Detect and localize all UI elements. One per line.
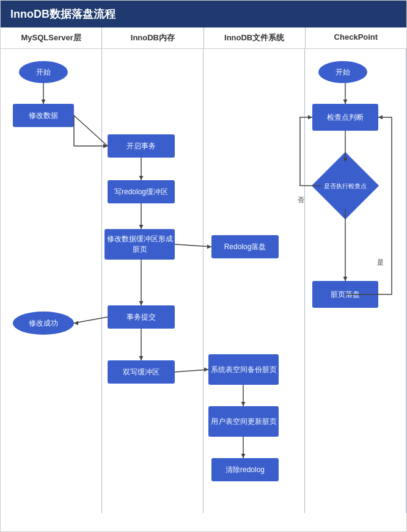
node-start2: 开始 (318, 61, 367, 83)
swimlanes: 开始 修改数据 修改成功 开启事务 写redolog缓冲区 修改数据缓冲区形成脏… (1, 49, 406, 513)
diagram-area: MySQLServer层 InnoDB内存 InnoDB文件系统 CheckPo… (1, 27, 406, 513)
col-header-checkpoint: CheckPoint (306, 27, 406, 48)
col-header-mysql: MySQLServer层 (1, 27, 102, 48)
col-header-innodb-mem: InnoDB内存 (102, 27, 204, 48)
lane-innodb-fs (204, 49, 305, 513)
col-headers: MySQLServer层 InnoDB内存 InnoDB文件系统 CheckPo… (1, 27, 406, 49)
label-no: 否 (298, 195, 304, 205)
node-start1: 开始 (19, 61, 68, 83)
node-modify-success: 修改成功 (13, 312, 74, 335)
col-header-innodb-fs: InnoDB文件系统 (204, 27, 306, 48)
node-open-tx: 开启事务 (108, 134, 175, 158)
lane-innodb-mem (102, 49, 204, 513)
label-yes: 是 (377, 258, 384, 267)
node-clear-redolog: 清除redolog (211, 458, 279, 481)
node-redolog-flush: Redolog落盘 (211, 235, 279, 258)
node-modify-buf: 修改数据缓冲区形成脏页 (105, 229, 175, 260)
node-sys-tablespace: 系统表空间备份脏页 (208, 354, 279, 385)
page-title: InnoDB数据落盘流程 (1, 1, 406, 27)
node-double-write: 双写缓冲区 (108, 360, 175, 384)
node-modify-data: 修改数据 (13, 104, 74, 127)
node-tx-commit: 事务提交 (108, 305, 175, 329)
page-container: InnoDB数据落盘流程 MySQLServer层 InnoDB内存 InnoD… (0, 0, 407, 532)
node-page-flush: 脏页落盘 (312, 281, 378, 308)
node-write-redolog: 写redolog缓冲区 (108, 180, 175, 203)
node-user-tablespace: 用户表空间更新脏页 (208, 406, 279, 437)
node-checkpoint-judge: 检查点判断 (312, 104, 378, 131)
